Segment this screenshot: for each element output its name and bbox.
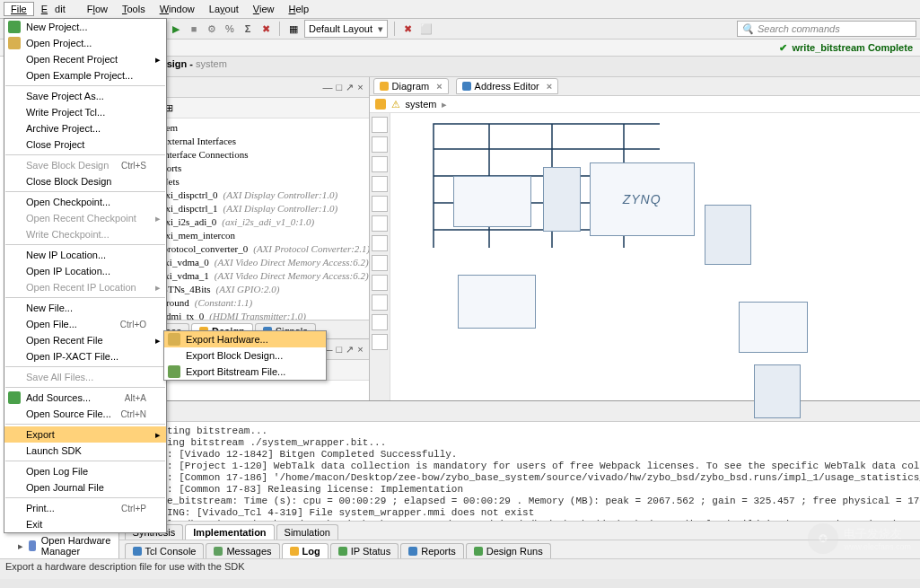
menu-layout[interactable]: Layout xyxy=(202,2,246,16)
menu-item[interactable]: Close Block Design xyxy=(4,173,166,189)
tab-diagram[interactable]: Diagram× xyxy=(373,78,449,94)
diagram-icon xyxy=(380,82,389,91)
bottom-tool-tabs: Tcl Console Messages Log IP Status Repor… xyxy=(119,540,920,558)
tab-ip-status[interactable]: IP Status xyxy=(330,543,399,558)
layout-selector[interactable]: Default Layout ▾ xyxy=(304,20,388,38)
submenu-arrow-icon: ▸ xyxy=(155,213,161,224)
minimize-icon[interactable]: — xyxy=(323,82,333,93)
log-text[interactable]: Creating bitstream... Writing bitstream … xyxy=(138,422,920,521)
regenerate-icon[interactable] xyxy=(372,215,388,232)
menu-item[interactable]: New IP Location... xyxy=(4,247,166,263)
menu-item[interactable]: Write Project Tcl... xyxy=(4,104,166,120)
menu-item[interactable]: Open File...Ctrl+O xyxy=(4,316,166,332)
menu-item[interactable]: Close Project xyxy=(4,136,166,153)
subtab-implementation[interactable]: Implementation xyxy=(185,524,274,540)
status-bar: Export a hardware description file for u… xyxy=(0,558,920,579)
menu-item-icon xyxy=(8,21,21,33)
tab-reports[interactable]: Reports xyxy=(400,543,464,558)
menu-item[interactable]: Export Bitstream File... xyxy=(164,364,326,380)
menu-item[interactable]: Exit xyxy=(4,516,166,532)
percent-icon[interactable]: % xyxy=(223,22,237,36)
menu-item[interactable]: Open Checkpoint... xyxy=(4,194,166,210)
menu-item[interactable]: New File... xyxy=(4,300,166,316)
close-icon[interactable]: × xyxy=(357,82,363,93)
menu-item-icon xyxy=(8,391,21,404)
ip-block[interactable] xyxy=(739,302,808,353)
menu-item[interactable]: Open Journal File xyxy=(4,479,166,496)
tab-tcl-console[interactable]: Tcl Console xyxy=(125,543,205,558)
menu-item[interactable]: Open IP-XACT File... xyxy=(4,348,166,364)
menu-item[interactable]: Open Example Project... xyxy=(4,67,166,83)
menubar: File Edit Flow Tools Window Layout View … xyxy=(0,0,920,19)
close-layout-icon[interactable]: ✖ xyxy=(401,22,416,36)
more-icon[interactable] xyxy=(372,334,388,350)
maximize-icon[interactable]: ↗ xyxy=(346,344,354,355)
subtab-simulation[interactable]: Simulation xyxy=(276,524,338,540)
close-icon[interactable]: × xyxy=(436,81,442,92)
gear-icon[interactable]: ⚙ xyxy=(205,22,219,36)
menu-item[interactable]: Add Sources...Alt+A xyxy=(4,390,166,406)
close-icon[interactable]: × xyxy=(357,344,363,355)
ip-block[interactable] xyxy=(705,205,751,265)
zoom-out-icon[interactable] xyxy=(372,156,388,172)
menu-tools[interactable]: Tools xyxy=(115,2,153,16)
zoom-in-icon[interactable] xyxy=(372,136,388,153)
submenu-arrow-icon: ▸ xyxy=(155,282,161,294)
close-icon[interactable]: × xyxy=(547,81,552,92)
run-icon[interactable]: ▶ xyxy=(169,22,183,36)
menu-view[interactable]: View xyxy=(246,2,282,16)
menu-file[interactable]: File xyxy=(4,2,34,16)
ip-block[interactable] xyxy=(754,364,801,418)
tab-log[interactable]: Log xyxy=(282,543,329,558)
pan-icon[interactable] xyxy=(372,196,388,212)
x-icon[interactable]: ✖ xyxy=(258,22,273,36)
stop-icon[interactable]: ■ xyxy=(187,22,201,36)
ip-block[interactable] xyxy=(543,167,581,232)
menu-item[interactable]: Open Recent Project▸ xyxy=(4,51,166,67)
menu-item[interactable]: Print...Ctrl+P xyxy=(4,500,166,516)
menu-edit[interactable]: Edit xyxy=(34,2,80,16)
tab-address-editor[interactable]: Address Editor× xyxy=(456,78,559,94)
settings-icon[interactable] xyxy=(372,275,388,291)
ip-block[interactable] xyxy=(458,275,536,329)
nav-open-hw-manager[interactable]: ▸ Open Hardware Manager xyxy=(0,533,118,558)
diagram-canvas[interactable]: ZYNQ xyxy=(390,113,920,400)
validate-icon[interactable] xyxy=(372,235,388,251)
select-icon[interactable] xyxy=(372,176,388,192)
maximize-icon[interactable]: ↗ xyxy=(346,82,354,93)
menu-item[interactable]: Open Source File...Ctrl+N xyxy=(4,406,166,422)
menu-help[interactable]: Help xyxy=(281,2,316,16)
grid-icon[interactable]: ▦ xyxy=(286,22,301,36)
menu-item: Open Recent Checkpoint▸ xyxy=(4,210,166,226)
tab-messages[interactable]: Messages xyxy=(206,543,279,558)
ip-block[interactable] xyxy=(453,176,531,227)
tab-design-runs[interactable]: Design Runs xyxy=(466,543,551,558)
restore-icon[interactable]: □ xyxy=(337,82,343,93)
menu-item[interactable]: Open Project... xyxy=(4,35,166,51)
search-commands-input[interactable]: 🔍 Search commands xyxy=(737,21,916,37)
menu-item[interactable]: Save Project As... xyxy=(4,88,166,104)
menu-item[interactable]: Open Log File xyxy=(4,463,166,479)
chevron-down-icon: ▾ xyxy=(378,23,383,35)
menu-item[interactable]: Export Hardware... xyxy=(164,331,326,347)
export-submenu: Export Hardware...Export Block Design...… xyxy=(163,330,327,381)
sigma-icon[interactable]: Σ xyxy=(241,22,255,36)
maximize-icon[interactable]: ⬜ xyxy=(419,22,434,36)
menu-item[interactable]: Export Block Design... xyxy=(164,347,326,364)
zynq-block[interactable]: ZYNQ xyxy=(590,162,695,236)
menu-item[interactable]: Open IP Location... xyxy=(4,263,166,279)
menu-item[interactable]: Open Recent File▸ xyxy=(4,332,166,348)
menu-item[interactable]: Launch SDK xyxy=(4,443,166,459)
zoom-fit-icon[interactable] xyxy=(372,117,388,133)
menu-flow[interactable]: Flow xyxy=(80,2,115,16)
checkmark-icon: ✔ xyxy=(779,42,787,54)
menu-item[interactable]: Archive Project... xyxy=(4,120,166,136)
menu-window[interactable]: Window xyxy=(153,2,202,16)
menu-item[interactable]: Export▸ xyxy=(4,426,166,443)
restore-icon[interactable]: □ xyxy=(337,344,343,355)
layout-label: Default Layout xyxy=(309,23,372,34)
menu-item[interactable]: New Project... xyxy=(4,19,166,35)
route-icon[interactable] xyxy=(372,294,388,311)
add-ip-icon[interactable] xyxy=(372,255,388,271)
color-icon[interactable] xyxy=(372,314,388,330)
